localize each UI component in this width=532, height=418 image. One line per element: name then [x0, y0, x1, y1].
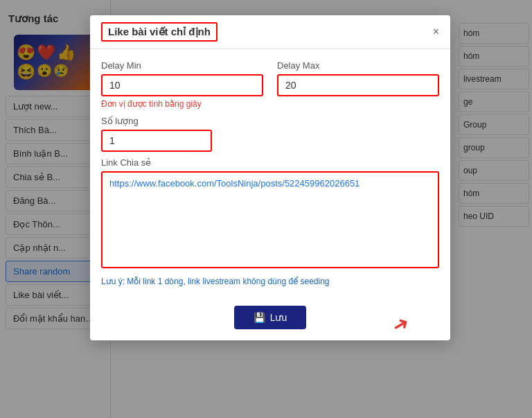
note-text: Lưu ý: Mỗi link 1 dòng, link livestream …: [101, 277, 439, 286]
delay-min-label: Delay Min: [101, 60, 263, 71]
so-luong-label: Số lượng: [101, 116, 439, 126]
modal-dialog: Like bài viết chỉ định × Delay Min Delay…: [90, 15, 450, 340]
delay-min-input[interactable]: [101, 74, 263, 96]
link-group: Link Chia sẻ: [101, 157, 439, 271]
delay-max-input[interactable]: [277, 74, 439, 96]
unit-hint: Đơn vị được tính bằng giây: [101, 99, 439, 109]
modal-close-button[interactable]: ×: [433, 26, 439, 37]
modal-title: Like bài viết chỉ định: [101, 22, 218, 42]
delay-row: Delay Min Delay Max: [101, 60, 439, 96]
modal-body: Delay Min Delay Max Đơn vị được tính bằn…: [90, 49, 450, 306]
so-luong-input[interactable]: [101, 130, 212, 152]
delay-max-label: Delay Max: [277, 60, 439, 71]
so-luong-group: Số lượng: [101, 116, 439, 152]
save-button[interactable]: 💾 Lưu: [234, 306, 307, 329]
link-textarea[interactable]: [101, 171, 439, 268]
save-label: Lưu: [270, 312, 287, 323]
save-icon: 💾: [254, 312, 265, 323]
link-label: Link Chia sẻ: [101, 157, 439, 168]
modal-header: Like bài viết chỉ định ×: [90, 15, 450, 49]
delay-max-group: Delay Max: [277, 60, 439, 96]
delay-min-group: Delay Min: [101, 60, 263, 96]
modal-footer: 💾 Lưu ➜: [90, 306, 450, 340]
arrow-icon: ➜: [388, 311, 413, 338]
